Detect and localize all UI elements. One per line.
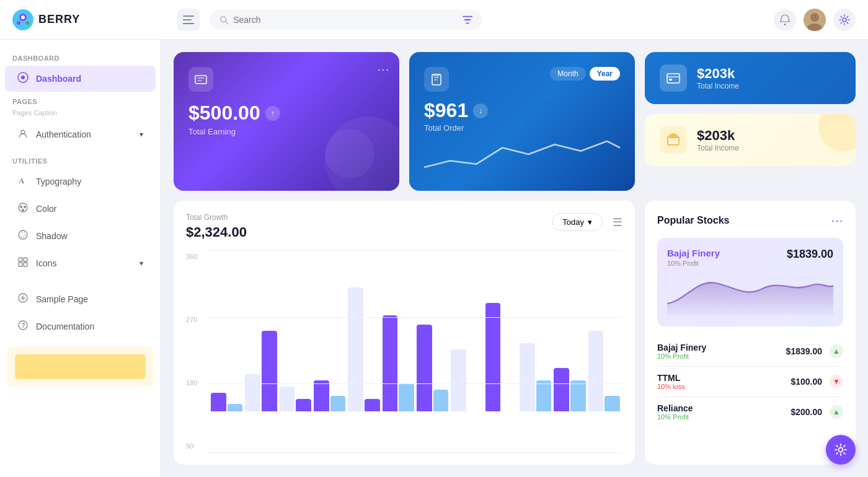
svg-rect-41 bbox=[668, 137, 679, 145]
chart-menu-icon[interactable]: ☰ bbox=[613, 216, 622, 229]
stocks-panel: Popular Stocks ⋯ Bajaj Finery 10% Profit… bbox=[645, 201, 856, 465]
tab-year[interactable]: Year bbox=[590, 67, 620, 81]
avatar[interactable] bbox=[804, 9, 826, 31]
docs-icon: ? bbox=[17, 320, 29, 333]
icons-icon bbox=[17, 256, 29, 270]
feature-stock-profit: 10% Profit bbox=[667, 260, 720, 267]
income-blue-info: $203k Total Income bbox=[697, 66, 739, 90]
svg-rect-10 bbox=[463, 15, 472, 17]
sidebar-label-dashboard: Dashboard bbox=[36, 74, 81, 84]
stock-badge-ttml-down: ▼ bbox=[830, 375, 843, 388]
search-bar bbox=[210, 10, 482, 30]
y-label-90: 90 bbox=[186, 442, 197, 450]
sidebar: Dashboard Dashboard Pages Pages Caption … bbox=[0, 40, 161, 477]
income-blue-label: Total Income bbox=[697, 82, 739, 90]
income-yellow-icon bbox=[660, 126, 687, 154]
svg-rect-12 bbox=[466, 22, 469, 24]
sidebar-footer bbox=[7, 347, 153, 387]
notification-button[interactable] bbox=[774, 9, 796, 31]
order-label: Total Order bbox=[424, 123, 620, 133]
svg-point-19 bbox=[21, 76, 25, 79]
svg-rect-6 bbox=[183, 19, 192, 20]
svg-point-44 bbox=[839, 448, 843, 452]
order-card-icon bbox=[424, 67, 449, 92]
stock-list: Bajaj Finery 10% Profit $1839.00 ▲ TTML … bbox=[657, 336, 843, 427]
svg-rect-5 bbox=[183, 15, 194, 17]
header: BERRY bbox=[0, 0, 868, 40]
fab-settings-button[interactable] bbox=[826, 435, 856, 465]
shadow-icon bbox=[17, 229, 29, 243]
svg-point-20 bbox=[21, 130, 25, 134]
stock-name-bajaj: Bajaj Finery bbox=[657, 343, 706, 352]
sidebar-label-shadow: Shadow bbox=[36, 231, 68, 241]
stock-badge-reliance-up: ▲ bbox=[830, 405, 843, 419]
order-amount: $961 ↓ bbox=[424, 99, 620, 122]
middle-row: Total Growth $2,324.00 Today ▾ ☰ bbox=[174, 201, 856, 465]
income-yellow-label: Total Income bbox=[697, 144, 739, 152]
chart-amount: $2,324.00 bbox=[186, 224, 247, 240]
stock-badge-bajaj-up: ▲ bbox=[830, 344, 843, 358]
svg-point-2 bbox=[21, 15, 25, 19]
up-arrow-icon: ↑ bbox=[265, 106, 280, 121]
sidebar-pages-caption: Pages Caption bbox=[0, 108, 161, 120]
menu-button[interactable] bbox=[177, 9, 200, 31]
feature-stock-price: $1839.00 bbox=[787, 248, 833, 261]
sidebar-section-dashboard: Dashboard bbox=[0, 50, 161, 64]
sidebar-item-shadow[interactable]: Shadow bbox=[5, 223, 156, 249]
svg-point-3 bbox=[17, 21, 20, 25]
settings-button[interactable] bbox=[833, 9, 856, 31]
sidebar-item-typography[interactable]: A Typography bbox=[5, 168, 156, 195]
feature-stock-name: Bajaj Finery bbox=[667, 248, 720, 258]
stock-name-ttml: TTML bbox=[657, 373, 685, 383]
search-input[interactable] bbox=[233, 15, 458, 25]
wave-svg bbox=[424, 133, 620, 176]
dropdown-arrow-icon: ▾ bbox=[588, 217, 592, 227]
tab-month[interactable]: Month bbox=[550, 67, 585, 81]
y-label-360: 360 bbox=[186, 253, 197, 260]
stock-price-reliance: $200.00 bbox=[790, 407, 822, 417]
chart-header: Total Growth $2,324.00 Today ▾ ☰ bbox=[186, 213, 622, 240]
chart-card: Total Growth $2,324.00 Today ▾ ☰ bbox=[174, 201, 635, 465]
card-order: Month Year $961 ↓ Total Order bbox=[409, 52, 635, 191]
dashboard-icon bbox=[17, 72, 29, 85]
sidebar-item-documentation[interactable]: ? Documentation bbox=[5, 313, 156, 339]
today-button[interactable]: Today ▾ bbox=[552, 213, 603, 231]
user-avatar bbox=[804, 9, 826, 31]
bell-icon bbox=[779, 14, 791, 26]
y-label-270: 270 bbox=[186, 316, 197, 323]
stock-right-ttml: $100.00 ▼ bbox=[790, 375, 843, 388]
sidebar-label-icons: Icons bbox=[36, 258, 56, 268]
wave-chart bbox=[424, 133, 620, 176]
svg-point-17 bbox=[843, 18, 846, 22]
sidebar-item-icons[interactable]: Icons ▾ bbox=[5, 250, 156, 276]
sidebar-label-typography: Typography bbox=[36, 177, 81, 186]
sidebar-item-sample[interactable]: Sample Page bbox=[5, 286, 156, 312]
card-income-yellow: $203k Total Income bbox=[645, 114, 856, 166]
filter-icon[interactable] bbox=[463, 15, 472, 24]
stock-right-bajaj: $1839.00 ▲ bbox=[786, 344, 843, 358]
svg-rect-30 bbox=[19, 263, 22, 266]
sidebar-item-dashboard[interactable]: Dashboard bbox=[5, 66, 156, 92]
svg-point-27 bbox=[20, 232, 25, 237]
svg-point-24 bbox=[24, 206, 26, 208]
svg-rect-7 bbox=[183, 23, 194, 24]
stocks-title: Popular Stocks bbox=[657, 215, 729, 226]
income-yellow-info: $203k Total Income bbox=[697, 128, 739, 152]
svg-rect-11 bbox=[464, 19, 471, 20]
stock-item-bajaj: Bajaj Finery 10% Profit $1839.00 ▲ bbox=[657, 336, 843, 367]
stock-right-reliance: $200.00 ▲ bbox=[790, 405, 843, 419]
earning-menu-dots[interactable]: ⋯ bbox=[377, 62, 389, 77]
svg-point-23 bbox=[20, 206, 22, 208]
stocks-menu-icon[interactable]: ⋯ bbox=[831, 213, 843, 228]
sidebar-label-authentication: Authentication bbox=[36, 129, 91, 139]
logo-icon bbox=[12, 9, 33, 30]
sidebar-item-color[interactable]: Color bbox=[5, 196, 156, 222]
order-tab-row: Month Year bbox=[550, 67, 620, 81]
typography-icon: A bbox=[17, 175, 29, 188]
main-content: ⋯ $500.00 ↑ Total Earning Month Year bbox=[161, 40, 868, 477]
hamburger-icon bbox=[183, 15, 194, 24]
sidebar-label-sample: Sample Page bbox=[36, 294, 88, 304]
sidebar-item-authentication[interactable]: Authentication ▾ bbox=[5, 121, 156, 147]
logo: BERRY bbox=[12, 9, 167, 30]
income-yellow-value: $203k bbox=[697, 128, 739, 144]
